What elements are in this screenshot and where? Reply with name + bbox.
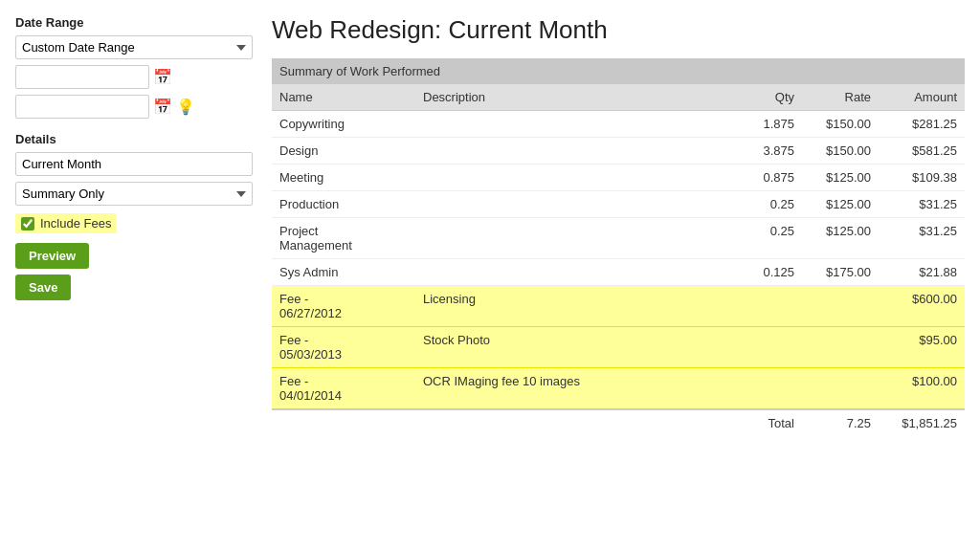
table-row: Fee - 04/01/2014OCR IMaging fee 10 image… — [272, 368, 965, 410]
cell-amount: $31.25 — [879, 218, 965, 259]
table-row: Copywriting1.875$150.00$281.25 — [272, 111, 965, 138]
table-row: Meeting0.875$125.00$109.38 — [272, 165, 965, 191]
cell-qty — [735, 327, 802, 368]
cell-qty: 0.25 — [735, 218, 802, 259]
include-fees-checkbox[interactable] — [21, 217, 34, 231]
bulb-icon: 💡 — [176, 98, 195, 116]
cell-qty: 0.875 — [735, 165, 802, 191]
cell-description: Licensing — [415, 286, 735, 327]
cell-qty: 0.25 — [735, 191, 802, 218]
cell-rate: $175.00 — [802, 259, 879, 286]
table-row: Design3.875$150.00$581.25 — [272, 138, 965, 165]
cell-qty — [735, 368, 802, 410]
cell-rate: $125.00 — [802, 165, 879, 191]
total-label — [272, 409, 735, 436]
section-header: Summary of Work Performed — [272, 58, 965, 84]
cell-name: Fee - 05/03/2013 — [272, 327, 415, 368]
date-input-row-1: 📅 — [15, 65, 253, 89]
cell-name: Production — [272, 191, 415, 218]
cell-qty: 0.125 — [735, 259, 802, 286]
cell-name: Design — [272, 138, 415, 165]
date-start-input[interactable] — [15, 65, 149, 89]
sidebar: Date Range Custom Date Range Current Mon… — [15, 15, 253, 534]
date-end-input[interactable] — [15, 95, 149, 119]
cell-amount: $95.00 — [879, 327, 965, 368]
column-header-row: Name Description Qty Rate Amount — [272, 84, 965, 111]
cell-amount: $31.25 — [879, 191, 965, 218]
cell-qty: 3.875 — [735, 138, 802, 165]
cell-description — [415, 191, 735, 218]
table-row: Sys Admin0.125$175.00$21.88 — [272, 259, 965, 286]
col-header-description: Description — [415, 84, 735, 111]
report-table: Summary of Work Performed Name Descripti… — [272, 58, 965, 436]
cell-description — [415, 111, 735, 138]
date-range-label: Date Range — [15, 15, 253, 30]
total-row: Total 7.25 $1,851.25 — [272, 409, 965, 436]
cell-qty: 1.875 — [735, 111, 802, 138]
total-label-text: Total — [735, 409, 802, 436]
details-input[interactable] — [15, 152, 253, 176]
save-button[interactable]: Save — [15, 274, 71, 300]
include-fees-label[interactable]: Include Fees — [40, 216, 111, 231]
cell-name: Meeting — [272, 165, 415, 191]
cell-amount: $21.88 — [879, 259, 965, 286]
main-content: Web Redesign: Current Month Summary of W… — [272, 15, 965, 534]
cell-rate — [802, 368, 879, 410]
cell-amount: $600.00 — [879, 286, 965, 327]
cell-amount: $109.38 — [879, 165, 965, 191]
date-input-row-2: 📅 💡 — [15, 95, 253, 119]
total-amount: $1,851.25 — [879, 409, 965, 436]
cell-description — [415, 165, 735, 191]
calendar-icon-2[interactable]: 📅 — [153, 98, 172, 116]
cell-description — [415, 218, 735, 259]
table-row: Project Management0.25$125.00$31.25 — [272, 218, 965, 259]
cell-rate: $150.00 — [802, 138, 879, 165]
total-qty: 7.25 — [802, 409, 879, 436]
cell-name: Fee - 06/27/2012 — [272, 286, 415, 327]
cell-name: Fee - 04/01/2014 — [272, 368, 415, 410]
cell-amount: $581.25 — [879, 138, 965, 165]
cell-rate — [802, 286, 879, 327]
cell-amount: $100.00 — [879, 368, 965, 410]
col-header-qty: Qty — [735, 84, 802, 111]
page-title: Web Redesign: Current Month — [272, 15, 965, 45]
table-row: Production0.25$125.00$31.25 — [272, 191, 965, 218]
cell-name: Sys Admin — [272, 259, 415, 286]
preview-button[interactable]: Preview — [15, 243, 89, 269]
cell-rate: $125.00 — [802, 218, 879, 259]
date-range-select[interactable]: Custom Date Range Current Month Last Mon… — [15, 35, 253, 59]
include-fees-row: Include Fees — [15, 213, 117, 233]
cell-name: Project Management — [272, 218, 415, 259]
details-section: Details Summary Only Full Detail Include… — [15, 132, 253, 300]
details-label: Details — [15, 132, 253, 146]
cell-qty — [735, 286, 802, 327]
cell-description — [415, 138, 735, 165]
cell-description: Stock Photo — [415, 327, 735, 368]
cell-description: OCR IMaging fee 10 images — [415, 368, 735, 410]
cell-rate: $125.00 — [802, 191, 879, 218]
col-header-name: Name — [272, 84, 415, 111]
col-header-amount: Amount — [879, 84, 965, 111]
table-row: Fee - 06/27/2012Licensing$600.00 — [272, 286, 965, 327]
calendar-icon-1[interactable]: 📅 — [153, 68, 172, 86]
cell-description — [415, 259, 735, 286]
cell-name: Copywriting — [272, 111, 415, 138]
cell-amount: $281.25 — [879, 111, 965, 138]
col-header-rate: Rate — [802, 84, 879, 111]
cell-rate: $150.00 — [802, 111, 879, 138]
summary-select[interactable]: Summary Only Full Detail — [15, 182, 253, 206]
table-row: Fee - 05/03/2013Stock Photo$95.00 — [272, 327, 965, 368]
cell-rate — [802, 327, 879, 368]
